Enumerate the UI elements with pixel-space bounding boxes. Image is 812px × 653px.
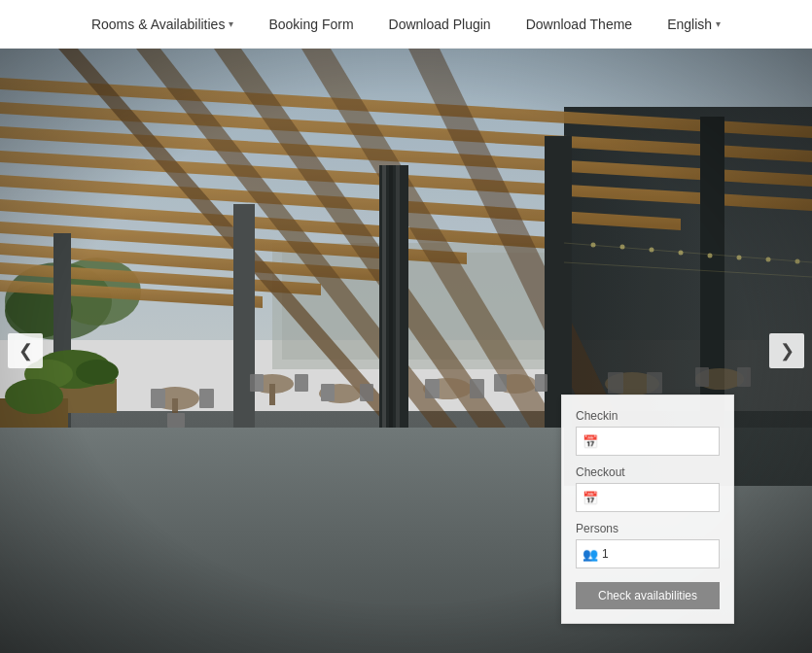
persons-input-wrap[interactable]: 👥 — [576, 539, 720, 568]
checkin-field: Checkin 📅 — [576, 409, 720, 456]
booking-panel: Checkin 📅 Checkout 📅 Persons 👥 Check ava… — [561, 395, 734, 624]
nav-download-plugin[interactable]: Download Plugin — [389, 17, 491, 32]
nav-language[interactable]: English ▾ — [667, 17, 721, 32]
checkout-input[interactable] — [602, 491, 713, 504]
carousel-next-button[interactable]: ❯ — [769, 333, 804, 368]
checkout-input-wrap[interactable]: 📅 — [576, 483, 720, 512]
nav-booking-form[interactable]: Booking Form — [268, 17, 353, 32]
persons-icon: 👥 — [583, 547, 598, 562]
main-nav: Rooms & Availabilities ▾ Booking Form Do… — [0, 0, 812, 49]
checkin-input[interactable] — [602, 434, 713, 448]
checkout-label: Checkout — [576, 465, 720, 479]
checkin-input-wrap[interactable]: 📅 — [576, 427, 720, 456]
nav-download-theme[interactable]: Download Theme — [526, 17, 632, 32]
checkin-label: Checkin — [576, 409, 720, 423]
persons-input[interactable] — [602, 547, 713, 561]
calendar-icon: 📅 — [583, 434, 598, 449]
persons-field: Persons 👥 — [576, 522, 720, 568]
chevron-down-icon: ▾ — [716, 18, 721, 29]
nav-rooms-availabilities[interactable]: Rooms & Availabilities ▾ — [91, 17, 233, 32]
checkout-field: Checkout 📅 — [576, 465, 720, 512]
hero-section: ❮ ❯ Checkin 📅 Checkout 📅 Persons 👥 — [0, 49, 812, 653]
calendar-icon: 📅 — [583, 491, 598, 505]
persons-label: Persons — [576, 522, 720, 535]
carousel-prev-button[interactable]: ❮ — [8, 333, 43, 368]
check-availabilities-button[interactable]: Check availabilities — [576, 582, 720, 609]
chevron-down-icon: ▾ — [229, 18, 233, 29]
